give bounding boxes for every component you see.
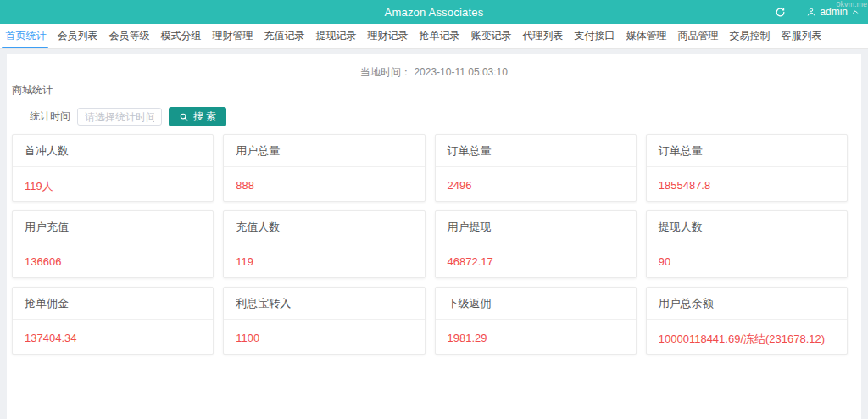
nav-tab[interactable]: 模式分组 bbox=[155, 24, 207, 48]
nav-tab[interactable]: 充值记录 bbox=[259, 24, 310, 48]
stat-card: 用户总余额 10000118441.69/冻结(231678.12) bbox=[646, 287, 848, 355]
nav-tab[interactable]: 客服列表 bbox=[776, 24, 827, 48]
local-time-value: 2023-10-11 05:03:10 bbox=[414, 66, 508, 78]
nav-tab-label: 商品管理 bbox=[678, 30, 719, 42]
nav-tab[interactable]: 会员等级 bbox=[103, 24, 155, 48]
stat-card-title: 用户提现 bbox=[436, 211, 636, 243]
nav-tab-label: 模式分组 bbox=[161, 30, 202, 42]
stat-card: 提现人数 90 bbox=[646, 210, 848, 278]
stat-card-title: 订单总量 bbox=[647, 135, 847, 167]
stat-card-title: 首冲人数 bbox=[13, 135, 213, 167]
stat-card: 首冲人数 119人 bbox=[12, 134, 214, 202]
filter-label: 统计时间 bbox=[30, 109, 70, 124]
nav-tab[interactable]: 支付接口 bbox=[569, 24, 620, 48]
user-menu[interactable]: admin bbox=[806, 6, 860, 18]
stat-card-value: 2496 bbox=[436, 167, 636, 192]
nav-tab-label: 客服列表 bbox=[782, 30, 822, 42]
stat-card-title: 提现人数 bbox=[647, 211, 847, 243]
nav-tab[interactable]: 理财记录 bbox=[362, 24, 414, 48]
stat-card: 利息宝转入 1100 bbox=[223, 287, 425, 355]
nav-tab[interactable]: 媒体管理 bbox=[620, 24, 672, 48]
search-button-label: 搜 索 bbox=[193, 109, 216, 124]
nav-tab[interactable]: 提现记录 bbox=[310, 24, 362, 48]
nav-tab-label: 理财管理 bbox=[213, 30, 253, 42]
stat-card-value: 119 bbox=[224, 243, 424, 268]
nav-tab[interactable]: 会员列表 bbox=[52, 24, 103, 48]
top-header: 0kvm.me Amazon Associates admi bbox=[0, 0, 868, 24]
stat-card-title: 订单总量 bbox=[436, 135, 636, 167]
nav-tab-label: 交易控制 bbox=[730, 30, 771, 42]
nav-tabbar: 首页统计 会员列表 会员等级 模式分组 理财管理 充值记录 提现记录 理财记录 … bbox=[0, 24, 868, 49]
stat-card-value: 46872.17 bbox=[436, 243, 636, 268]
stat-card: 用户提现 46872.17 bbox=[435, 210, 637, 278]
nav-tab-label: 代理列表 bbox=[523, 30, 564, 42]
stat-card: 订单总量 1855487.8 bbox=[646, 134, 848, 202]
app-title: Amazon Associates bbox=[385, 6, 484, 19]
filter-row: 统计时间 搜 索 bbox=[30, 107, 861, 126]
stat-card-value: 1981.29 bbox=[436, 320, 636, 344]
nav-tab[interactable]: 抢单记录 bbox=[414, 24, 465, 48]
stat-card: 用户充值 136606 bbox=[12, 210, 214, 278]
stat-card-title: 利息宝转入 bbox=[224, 288, 424, 320]
stat-card-value: 119人 bbox=[13, 167, 213, 194]
nav-tab[interactable]: 商品管理 bbox=[672, 24, 724, 48]
user-name: admin bbox=[820, 6, 848, 18]
stat-card-value: 1100 bbox=[224, 320, 424, 344]
nav-tab-label: 首页统计 bbox=[6, 30, 47, 42]
stat-card-title: 充值人数 bbox=[224, 211, 424, 243]
nav-tab-label: 会员等级 bbox=[109, 30, 150, 42]
nav-tab[interactable]: 代理列表 bbox=[517, 24, 569, 48]
nav-tab-label: 媒体管理 bbox=[626, 30, 667, 42]
nav-tab-label: 充值记录 bbox=[264, 30, 305, 42]
page: 0kvm.me Amazon Associates admi bbox=[0, 0, 868, 419]
header-actions: admin bbox=[773, 0, 860, 24]
stat-card: 抢单佣金 137404.34 bbox=[12, 287, 214, 355]
stat-card-title: 下级返佣 bbox=[436, 288, 636, 320]
nav-tab-label: 账变记录 bbox=[471, 30, 512, 42]
stat-card-value: 888 bbox=[224, 167, 424, 192]
stat-card-value: 10000118441.69/冻结(231678.12) bbox=[647, 320, 847, 347]
refresh-icon bbox=[775, 7, 786, 18]
stat-card-value: 136606 bbox=[13, 243, 213, 268]
stat-card-title: 用户总余额 bbox=[647, 288, 847, 320]
stat-card: 订单总量 2496 bbox=[435, 134, 637, 202]
nav-tab-label: 支付接口 bbox=[575, 30, 615, 42]
stat-card-value: 1855487.8 bbox=[647, 167, 847, 192]
nav-tab[interactable]: 账变记录 bbox=[465, 24, 517, 48]
content-panel: 当地时间： 2023-10-11 05:03:10 商城统计 统计时间 搜 索 … bbox=[7, 54, 861, 419]
local-time: 当地时间： 2023-10-11 05:03:10 bbox=[7, 54, 861, 80]
user-icon bbox=[806, 7, 816, 17]
chevron-up-icon bbox=[851, 8, 860, 16]
nav-tab-label: 提现记录 bbox=[316, 30, 357, 42]
local-time-label: 当地时间： bbox=[360, 66, 411, 78]
nav-tab[interactable]: 理财管理 bbox=[207, 24, 259, 48]
nav-tab-label: 抢单记录 bbox=[420, 30, 460, 42]
stat-card-value: 137404.34 bbox=[13, 320, 213, 344]
stat-card-title: 用户总量 bbox=[224, 135, 424, 167]
refresh-button[interactable] bbox=[773, 5, 787, 20]
nav-tab[interactable]: 交易控制 bbox=[724, 24, 776, 48]
nav-tab-label: 理财记录 bbox=[368, 30, 409, 42]
stat-card: 充值人数 119 bbox=[223, 210, 425, 278]
stat-card: 下级返佣 1981.29 bbox=[435, 287, 637, 355]
stat-card-value: 90 bbox=[647, 243, 847, 268]
section-title: 商城统计 bbox=[12, 83, 861, 98]
stat-card-title: 抢单佣金 bbox=[13, 288, 213, 320]
nav-tab[interactable]: 首页统计 bbox=[0, 24, 52, 48]
nav-tab-label: 会员列表 bbox=[58, 30, 98, 42]
stats-grid: 首冲人数 119人 用户总量 888 订单总量 2496 订单总量 185548… bbox=[7, 126, 861, 355]
stat-card: 用户总量 888 bbox=[223, 134, 425, 202]
stat-card-title: 用户充值 bbox=[13, 211, 213, 243]
search-button[interactable]: 搜 索 bbox=[169, 107, 226, 126]
stat-time-input[interactable] bbox=[77, 108, 162, 126]
search-icon bbox=[179, 112, 189, 122]
